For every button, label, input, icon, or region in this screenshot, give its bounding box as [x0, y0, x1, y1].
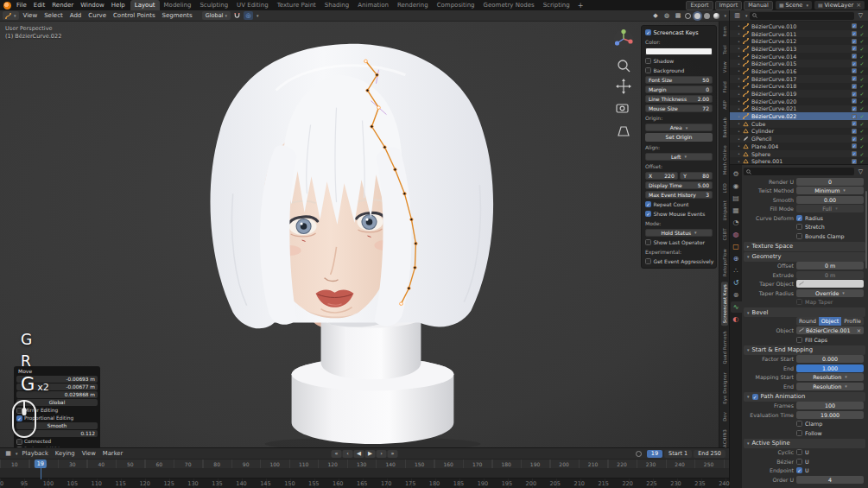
- shading-wireframe-icon[interactable]: [685, 13, 691, 19]
- render-visibility-check[interactable]: ✓: [858, 54, 865, 60]
- outliner-editor-icon[interactable]: ▥: [732, 11, 742, 20]
- show-gizmo-icon[interactable]: ◆: [650, 11, 660, 20]
- viewport-menu-control-points[interactable]: Control Points: [110, 10, 159, 22]
- outliner-item-b-ziercurve-015[interactable]: •BézierCurve.015✓✓: [730, 60, 868, 67]
- edit-mode-selector[interactable]: ▾: [3, 11, 19, 20]
- xray-toggle-icon[interactable]: ▩: [673, 11, 682, 20]
- field-smooth[interactable]: 0.00: [796, 196, 864, 204]
- 3d-viewport[interactable]: User Perspective (1) BézierCurve.022: [0, 22, 719, 447]
- timeline-track-area[interactable]: [0, 468, 729, 478]
- previous-keyframe-button[interactable]: ‹: [343, 450, 353, 458]
- add-workspace-button[interactable]: +: [574, 2, 587, 10]
- outliner-item-b-ziercurve-014[interactable]: •BézierCurve.014✓✓: [730, 53, 868, 60]
- shading-dropdown-icon[interactable]: ▾: [724, 13, 726, 18]
- selectable-checkbox[interactable]: ✓: [852, 129, 857, 134]
- close-icon[interactable]: ×: [856, 1, 861, 10]
- workspace-tab-sculpting[interactable]: Sculpting: [195, 0, 232, 10]
- color-swatch[interactable]: [645, 48, 713, 55]
- selectable-checkbox[interactable]: ✓: [852, 54, 857, 59]
- checkbox-map-taper[interactable]: Map Taper: [796, 299, 833, 305]
- workspace-tab-animation[interactable]: Animation: [353, 0, 393, 10]
- render-visibility-check[interactable]: ✓: [858, 38, 865, 44]
- render-visibility-check[interactable]: ✓: [858, 23, 865, 29]
- outliner-item-gpencil[interactable]: •GPencil✓✓: [730, 135, 868, 143]
- properties-tab-tool[interactable]: ⚙: [731, 168, 742, 180]
- properties-tab-view-layer[interactable]: ▦: [731, 205, 742, 216]
- selectable-checkbox[interactable]: ✓: [852, 61, 857, 67]
- outliner-item-b-ziercurve-021[interactable]: •BézierCurve.021✓✓: [730, 105, 868, 113]
- checkbox-fill-caps[interactable]: Fill Caps: [796, 337, 827, 343]
- workspace-tab-geometry-nodes[interactable]: Geometry Nodes: [479, 0, 539, 10]
- pan-tool-icon[interactable]: [616, 79, 631, 94]
- clear-icon[interactable]: ×: [857, 326, 861, 334]
- sidebar-tab-unipaint[interactable]: Unipaint: [721, 198, 728, 223]
- selectable-checkbox[interactable]: ✓: [852, 151, 857, 156]
- properties-tab-world[interactable]: ◍: [731, 229, 742, 240]
- navigation-gizmo[interactable]: [614, 29, 633, 48]
- selectable-checkbox[interactable]: ✓: [852, 106, 857, 111]
- sidebar-tab-bakelab[interactable]: BakeLab: [721, 115, 728, 141]
- timeline-ruler[interactable]: 19 1020304050607080901001101201301401501…: [0, 459, 729, 468]
- outliner-item-b-ziercurve-012[interactable]: •BézierCurve.012✓✓: [730, 37, 868, 45]
- playhead[interactable]: 19: [41, 459, 41, 479]
- selectable-checkbox[interactable]: ✓: [852, 136, 857, 142]
- properties-tab-constraints[interactable]: ⊗: [731, 289, 742, 301]
- field-render-u[interactable]: 0: [796, 178, 864, 186]
- screencast-option-show-last-operator[interactable]: Show Last Operator: [645, 238, 713, 247]
- offset-x-field[interactable]: X220: [645, 172, 678, 180]
- shading-solid-icon[interactable]: [694, 13, 700, 19]
- render-visibility-check[interactable]: ✓: [858, 143, 865, 149]
- render-visibility-check[interactable]: ✓: [858, 158, 865, 164]
- render-visibility-check[interactable]: ✓: [858, 136, 865, 142]
- properties-tab-particles[interactable]: ∴: [731, 265, 742, 276]
- sidebar-tab-abp[interactable]: ABP: [721, 98, 728, 112]
- checkbox-u[interactable]: U: [796, 449, 809, 455]
- render-visibility-check[interactable]: ✓: [858, 46, 865, 52]
- field-end[interactable]: 1.000: [796, 364, 864, 372]
- sidebar-tab-retopoflow[interactable]: RetopoFlow: [721, 246, 728, 279]
- dropdown-left[interactable]: Left▾: [645, 153, 713, 161]
- checkbox-stretch[interactable]: Stretch: [796, 224, 825, 230]
- shading-rendered-icon[interactable]: [713, 13, 719, 19]
- camera-view-icon[interactable]: [617, 105, 628, 112]
- sidebar-tab-fluid[interactable]: Fluid: [721, 79, 728, 95]
- sidebar-tab-lod[interactable]: LOD: [721, 181, 728, 195]
- checkbox-u[interactable]: ✓U: [796, 467, 809, 473]
- sidebar-tab-dev[interactable]: Dev: [721, 409, 728, 424]
- field-evaluation-time[interactable]: 19.000: [796, 411, 864, 419]
- render-visibility-check[interactable]: ✓: [858, 105, 865, 111]
- play-reverse-button[interactable]: ◀: [354, 450, 364, 458]
- outliner-item-b-ziercurve-011[interactable]: •BézierCurve.011✓✓: [730, 30, 868, 38]
- render-visibility-check[interactable]: ✓: [858, 151, 865, 157]
- slider-mouse-size[interactable]: Mouse Size72: [645, 105, 713, 112]
- sidebar-tab-mesh-online[interactable]: Mesh Online: [721, 143, 728, 177]
- section-header-active-spline[interactable]: ▾Active Spline: [744, 439, 865, 448]
- workspace-tab-scripting[interactable]: Scripting: [539, 0, 574, 10]
- dropdown-hold-status[interactable]: Hold Status▾: [645, 229, 713, 237]
- dropdown-end[interactable]: Resolution▾: [796, 383, 864, 390]
- screencast-option-repeat-count[interactable]: ✓Repeat Count: [645, 200, 713, 209]
- sidebar-tab-view[interactable]: View: [721, 59, 728, 75]
- timeline-menu-marker[interactable]: Marker: [99, 448, 127, 459]
- outliner-item-b-ziercurve-016[interactable]: •BézierCurve.016✓✓: [730, 67, 868, 75]
- workspace-tab-layout[interactable]: Layout: [130, 0, 160, 10]
- outliner-item-b-ziercurve-022[interactable]: •BézierCurve.022✓✓: [730, 112, 868, 120]
- outliner-item-b-ziercurve-019[interactable]: •BézierCurve.019✓✓: [730, 90, 868, 98]
- field-order-u[interactable]: 4: [796, 476, 864, 484]
- selectable-checkbox[interactable]: ✓: [852, 31, 857, 36]
- dropdown-area[interactable]: Area▾: [645, 124, 713, 131]
- checkbox-u[interactable]: U: [796, 459, 809, 465]
- viewport-menu-add[interactable]: Add: [67, 10, 86, 22]
- section-header-path-animation[interactable]: ▾✓Path Animation: [744, 392, 865, 402]
- topbar-button-export[interactable]: Export: [686, 1, 713, 10]
- workspace-tab-compositing[interactable]: Compositing: [433, 0, 479, 10]
- scene-selector[interactable]: ▦Scene▾: [776, 1, 812, 10]
- sidebar-tab-item[interactable]: Item: [721, 23, 728, 40]
- sidebar-tab-machin3[interactable]: MACHIN3: [721, 427, 728, 447]
- segment-profile[interactable]: Profile: [841, 317, 864, 326]
- selectable-checkbox[interactable]: ✓: [852, 92, 857, 97]
- screencast-option-get-event-aggressively[interactable]: Get Event Aggressively: [645, 257, 713, 266]
- menu-edit[interactable]: Edit: [30, 0, 49, 10]
- proportional-falloff-dropdown[interactable]: ▾: [257, 13, 259, 18]
- checkbox-clamp[interactable]: Clamp: [796, 421, 822, 427]
